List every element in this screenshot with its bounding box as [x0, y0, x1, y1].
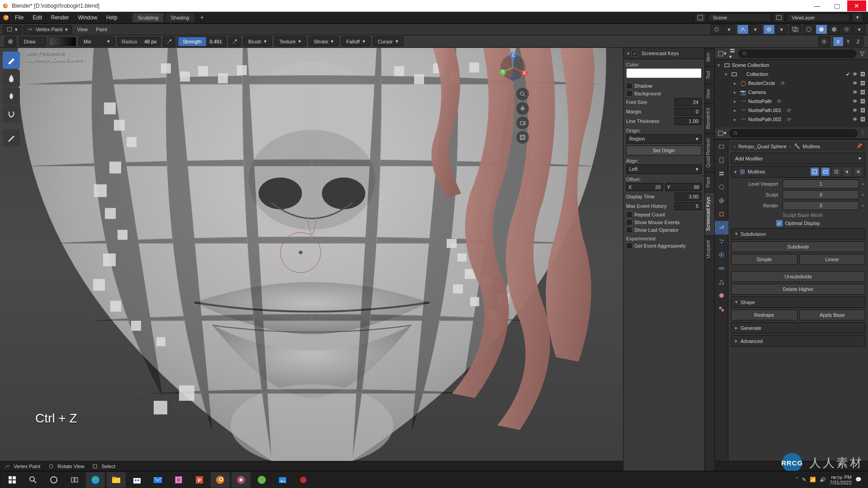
breadcrumb[interactable]: ▫Retopo_Quad Sphere › 🔧Multires 📌 [731, 141, 865, 151]
camera-view-button[interactable] [516, 117, 529, 129]
subdivision-section[interactable]: ▾Subdivision [731, 228, 865, 239]
start-button[interactable] [3, 472, 22, 488]
selectability-toggles[interactable]: ▾ [711, 24, 735, 34]
modifier-header[interactable]: ▾ Multires ▾ ✕ [731, 166, 865, 178]
outliner-item-beziercircle[interactable]: ▸◯BezierCircle⟳👁🖼 [715, 79, 868, 88]
brush-preview-icon[interactable] [5, 37, 16, 47]
tray-volume-icon[interactable]: 🔊 [820, 477, 826, 483]
window-min-button[interactable]: — [807, 0, 826, 11]
last-operator-check[interactable] [626, 227, 632, 233]
outliner-search[interactable] [738, 50, 856, 58]
ptab-object[interactable] [715, 207, 728, 221]
ptab-render[interactable] [715, 140, 728, 153]
shape-section[interactable]: ▾Shape [731, 296, 865, 308]
workspace-tab-shading[interactable]: Shading [165, 13, 194, 22]
properties-search[interactable] [729, 129, 858, 137]
tray-notifications-icon[interactable]: 💬 [855, 477, 862, 483]
average-tool[interactable] [3, 88, 20, 105]
modifier-editmode-toggle[interactable] [811, 168, 819, 176]
stroke-menu[interactable]: Stroke ▾ [309, 37, 339, 46]
modifier-realtime-toggle[interactable] [821, 168, 830, 176]
modifier-extras[interactable]: ▾ [843, 168, 851, 176]
window-close-button[interactable]: ✕ [847, 0, 866, 11]
pan-button[interactable] [516, 102, 529, 115]
menu-edit[interactable]: Edit [28, 13, 46, 23]
screencast-enable-check[interactable] [632, 50, 638, 56]
mouse-events-check[interactable] [626, 219, 632, 225]
advanced-section[interactable]: ▸Advanced [731, 335, 865, 347]
strength-field[interactable]: Strength0.491 [178, 37, 226, 47]
viewlayer-dropdown[interactable]: ViewLayer [787, 14, 850, 22]
radius-field[interactable]: Radius48 px [118, 37, 160, 46]
ptab-viewlayer[interactable] [715, 167, 728, 180]
outliner-item-nurbspath001[interactable]: ▸〰NurbsPath.001⟳👁🖼 [715, 106, 868, 115]
nav-gizmo[interactable]: Z X Y [497, 52, 529, 83]
set-origin-button[interactable]: Set Origin [626, 145, 702, 155]
fontsize-field[interactable]: 24 [675, 98, 702, 106]
ntab-item[interactable]: Item [705, 48, 714, 66]
npanel-header[interactable]: ▾ Screencast Keys [623, 48, 704, 59]
outliner-scene-collection[interactable]: ▾ Scene Collection [715, 61, 868, 70]
offset-y-field[interactable]: Y80 [665, 183, 702, 191]
falloff-menu[interactable]: Falloff ▾ [341, 37, 370, 46]
3d-viewport[interactable]: ✥ User Perspective (1) Retopo_Quad Spher… [0, 48, 623, 471]
viewlayer-icon[interactable] [773, 13, 785, 23]
ptab-material[interactable] [715, 289, 728, 302]
draw-tool[interactable] [3, 52, 20, 69]
brush-menu[interactable]: Brush ▾ [243, 37, 272, 46]
workspace-add-button[interactable]: + [196, 13, 208, 23]
modifier-delete[interactable]: ✕ [854, 168, 862, 176]
tray-clock[interactable]: עכשיו PM7/31/2022 [830, 474, 852, 485]
blendmode-dropdown[interactable]: Mix ▾ [79, 37, 115, 46]
ptab-constraints[interactable] [715, 262, 728, 275]
ntab-paint[interactable]: Paint [705, 172, 714, 192]
shadow-check[interactable] [626, 83, 632, 89]
ntab-ucupaint[interactable]: Ucupaint [705, 235, 714, 263]
search-button[interactable] [24, 472, 42, 488]
ptab-modifier[interactable] [715, 221, 728, 235]
displaytime-field[interactable]: 3.00 [675, 192, 702, 201]
taskbar-explorer-icon[interactable] [107, 472, 126, 488]
screencast-color-field[interactable] [626, 68, 702, 78]
sculpt-field[interactable]: 3 [783, 190, 859, 199]
linethick-field[interactable]: 1.00 [675, 117, 702, 125]
renderlevel-field[interactable]: 3 [783, 201, 859, 210]
origin-dropdown[interactable]: Region▾ [626, 134, 702, 144]
blur-tool[interactable] [3, 70, 20, 87]
taskbar-edge-icon[interactable] [86, 472, 105, 488]
add-modifier-dropdown[interactable]: Add Modifier▾ [731, 153, 865, 164]
simple-button[interactable]: Simple [731, 254, 797, 265]
radius-pressure-toggle[interactable] [163, 37, 175, 47]
hdr-paint-menu[interactable]: Paint [93, 25, 110, 33]
persp-ortho-button[interactable] [516, 131, 529, 144]
outliner-filter-icon[interactable] [859, 51, 865, 57]
offset-x-field[interactable]: X20 [626, 183, 663, 191]
ntab-screencast[interactable]: Screencast Keys [705, 192, 714, 235]
zoom-button[interactable] [516, 88, 529, 100]
linear-button[interactable]: Linear [799, 254, 866, 265]
cursor-menu[interactable]: Cursor ▾ [373, 37, 403, 46]
taskbar-app2-icon[interactable] [252, 472, 271, 488]
taskbar-record-icon[interactable] [294, 472, 313, 488]
menu-render[interactable]: Render [47, 13, 73, 23]
smear-tool[interactable] [3, 106, 20, 123]
repeat-count-check[interactable] [626, 211, 632, 218]
outliner-item-nurbspath002[interactable]: ▸〰NurbsPath.002⟳👁🖼 [715, 115, 868, 124]
cortana-button[interactable] [44, 472, 63, 488]
menu-file[interactable]: File [11, 13, 28, 23]
align-dropdown[interactable]: Left▾ [626, 164, 702, 174]
ptab-world[interactable] [715, 194, 728, 207]
editor-type-dropdown[interactable]: ▾ [3, 25, 22, 34]
paint-color-swatch[interactable] [49, 37, 76, 46]
properties-options-icon[interactable]: ⋮ [860, 130, 865, 136]
xray-toggle[interactable] [789, 24, 801, 34]
scene-dropdown[interactable]: Scene [708, 14, 771, 22]
texture-menu[interactable]: Texture ▾ [274, 37, 306, 46]
modifier-render-toggle[interactable] [832, 168, 840, 176]
menu-window[interactable]: Window [74, 13, 101, 23]
brush-dropdown[interactable]: Draw [19, 37, 46, 46]
menu-help[interactable]: Help [102, 13, 122, 23]
outliner-item-camera[interactable]: ▸📷Camera👁🖼 [715, 88, 868, 97]
tray-up-icon[interactable]: ˄ [796, 477, 798, 483]
margin-field[interactable]: 0 [675, 108, 702, 116]
